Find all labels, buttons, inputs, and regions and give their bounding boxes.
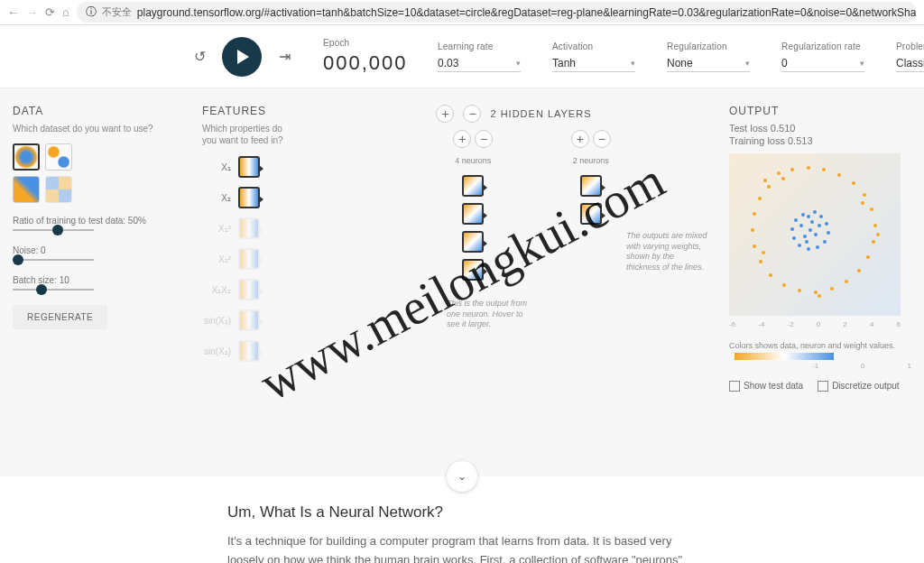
slider-knob[interactable] <box>52 225 63 235</box>
neuron[interactable] <box>462 175 484 197</box>
play-button[interactable] <box>222 37 262 77</box>
epoch-value: 000,000 <box>323 51 409 75</box>
neuron[interactable] <box>462 259 484 281</box>
svg-point-11 <box>866 255 870 259</box>
svg-point-35 <box>823 240 827 244</box>
address-bar[interactable]: ⓘ 不安全 playground.tensorflow.org/#activat… <box>77 2 917 23</box>
svg-point-17 <box>782 283 786 287</box>
svg-point-9 <box>873 224 877 227</box>
regenerate-button[interactable]: REGENERATE <box>13 305 107 329</box>
chevron-down-icon: ⌄ <box>457 470 467 483</box>
svg-point-18 <box>769 273 772 277</box>
test-loss: Test loss 0.510 <box>729 123 911 134</box>
feature-sinx1[interactable] <box>238 309 260 331</box>
feature-x1sq[interactable] <box>238 217 260 239</box>
activation-label: Activation <box>552 42 638 51</box>
svg-point-37 <box>807 247 810 251</box>
feature-label: X₁X₂ <box>202 285 231 295</box>
add-layer-button[interactable]: − <box>463 105 481 123</box>
main-area: DATA Which dataset do you want to use? R… <box>0 88 924 476</box>
forward-icon: → <box>26 5 38 19</box>
feature-x2[interactable] <box>238 187 260 208</box>
weights-annotation: The outputs are mixed with varying weigh… <box>626 231 707 273</box>
article-heading: Um, What Is a Neural Network? <box>227 503 697 521</box>
regularization-label: Regularization <box>667 42 753 51</box>
reg-rate-label: Regularization rate <box>781 42 867 51</box>
svg-point-46 <box>799 224 803 227</box>
output-column: OUTPUT Test loss 0.510 Training loss 0.5… <box>716 105 924 476</box>
back-icon[interactable]: ← <box>7 5 19 19</box>
svg-point-41 <box>794 218 798 222</box>
svg-point-43 <box>808 228 812 232</box>
svg-point-27 <box>762 251 765 254</box>
svg-point-22 <box>753 212 756 216</box>
activation-select[interactable]: Tanh▾ <box>552 55 635 72</box>
expand-button[interactable]: ⌄ <box>447 461 477 492</box>
svg-point-19 <box>759 260 762 263</box>
svg-point-2 <box>790 168 794 171</box>
learning-rate-select[interactable]: 0.03▾ <box>438 55 521 72</box>
data-subtitle: Which dataset do you want to use? <box>13 123 177 134</box>
feature-sinx2[interactable] <box>238 340 260 362</box>
learning-rate-label: Learning rate <box>438 42 523 51</box>
svg-point-7 <box>863 193 866 197</box>
remove-neuron-button[interactable]: − <box>593 130 611 148</box>
scatter-plot <box>729 153 901 316</box>
chevron-down-icon: ▾ <box>860 59 864 68</box>
svg-point-5 <box>837 173 841 177</box>
problem-select[interactable]: Classification▾ <box>896 55 924 72</box>
discretize-check[interactable]: Discretize output <box>818 381 899 392</box>
home-icon[interactable]: ⌂ <box>62 5 69 19</box>
dataset-cluster[interactable] <box>45 143 72 171</box>
neuron[interactable] <box>462 203 484 225</box>
neuron[interactable] <box>580 203 602 225</box>
remove-neuron-button[interactable]: − <box>475 130 493 148</box>
top-controls: ↺ ⇥ Epoch 000,000 Learning rate 0.03▾ Ac… <box>0 25 924 88</box>
slider-knob[interactable] <box>13 254 23 265</box>
step-icon[interactable]: ⇥ <box>274 47 294 67</box>
layer2-count: 2 neurons <box>573 156 609 165</box>
svg-point-48 <box>810 220 814 224</box>
neuron[interactable] <box>462 231 484 253</box>
svg-point-1 <box>777 171 781 175</box>
ratio-slider[interactable] <box>13 229 94 231</box>
svg-point-32 <box>819 215 823 218</box>
dataset-gauss[interactable] <box>13 176 40 203</box>
svg-point-47 <box>818 224 821 227</box>
feature-x2sq[interactable] <box>238 248 260 270</box>
svg-point-25 <box>781 177 785 180</box>
regularization-select[interactable]: None▾ <box>667 55 750 72</box>
batch-label: Batch size: 10 <box>13 275 177 285</box>
checkbox-icon <box>818 381 828 392</box>
feature-x1[interactable] <box>238 156 260 178</box>
svg-point-28 <box>818 294 821 298</box>
svg-point-0 <box>763 179 767 182</box>
remove-layer-button[interactable]: + <box>436 105 454 123</box>
features-column: FEATURES Which properties do you want to… <box>189 105 311 476</box>
show-test-check[interactable]: Show test data <box>729 381 803 392</box>
url-text: playground.tensorflow.org/#activation=ta… <box>137 6 917 19</box>
svg-point-26 <box>861 201 864 205</box>
dataset-spiral[interactable] <box>45 176 72 203</box>
noise-slider[interactable] <box>13 259 94 261</box>
reload-icon[interactable]: ⟳ <box>45 5 55 19</box>
data-title: DATA <box>13 105 177 117</box>
add-neuron-button[interactable]: + <box>571 130 589 148</box>
neuron[interactable] <box>580 175 602 197</box>
feature-x1x2[interactable] <box>238 279 260 300</box>
reg-rate-select[interactable]: 0▾ <box>781 55 864 72</box>
output-heatmap: -6-4-20246 <box>729 153 901 316</box>
info-icon: ⓘ <box>86 5 97 20</box>
output-title: OUTPUT <box>729 105 911 117</box>
slider-knob[interactable] <box>36 284 47 295</box>
network-column: + − 2 HIDDEN LAYERS <box>311 105 716 476</box>
svg-point-14 <box>830 287 834 291</box>
add-neuron-button[interactable]: + <box>453 130 471 148</box>
svg-point-42 <box>801 213 805 217</box>
svg-point-39 <box>792 236 796 240</box>
batch-slider[interactable] <box>13 289 94 291</box>
dataset-circle[interactable] <box>13 143 40 171</box>
svg-point-16 <box>798 289 801 292</box>
reset-icon[interactable]: ↺ <box>189 47 209 67</box>
layer1-count: 4 neurons <box>455 156 491 165</box>
